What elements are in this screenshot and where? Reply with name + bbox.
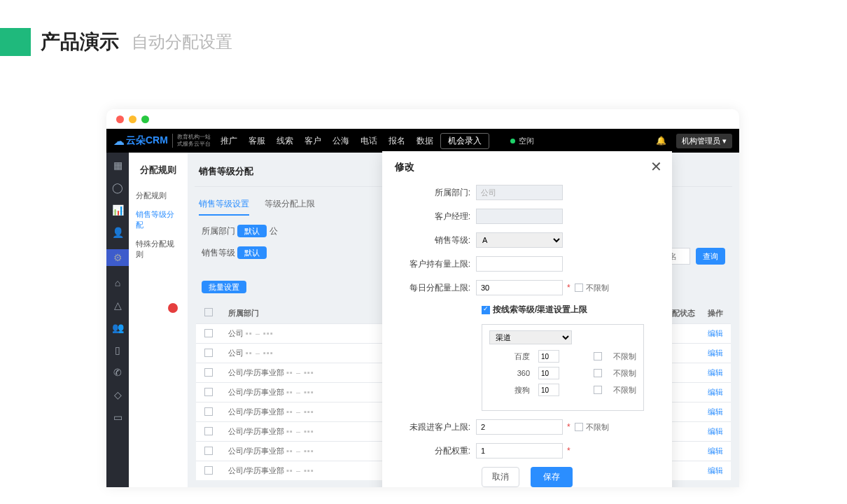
nav-service[interactable]: 客服	[248, 135, 265, 147]
top-bar: ☁ 云朵CRM 教育机构一站式服务云平台 推广 客服 线索 客户 公海 电话 报…	[106, 129, 739, 153]
check-all[interactable]	[204, 308, 213, 316]
rail-mail-icon[interactable]: ▭	[112, 412, 123, 423]
row-check[interactable]	[204, 427, 213, 435]
subtab-level-limit[interactable]: 等级分配上限	[265, 194, 315, 216]
status-indicator: 空闲	[510, 136, 534, 146]
rail-home-icon[interactable]: ▦	[112, 160, 123, 171]
sub-nav: 分配规则 分配规则 销售等级分配 特殊分配规则	[129, 153, 188, 487]
rail-triangle-icon[interactable]: △	[112, 300, 123, 311]
edit-link[interactable]: 编辑	[700, 407, 731, 417]
user-menu[interactable]: 机构管理员 ▾	[676, 134, 732, 148]
edit-link[interactable]: 编辑	[700, 446, 731, 456]
row-check[interactable]	[204, 329, 213, 337]
dept-chip[interactable]: 默认	[237, 225, 267, 237]
channel-input[interactable]	[538, 384, 559, 396]
channel-nolimit[interactable]	[594, 352, 602, 360]
tab-main[interactable]: 销售等级分配	[199, 161, 253, 182]
rail-settings-icon[interactable]: ⚙	[106, 249, 129, 266]
batch-button[interactable]: 批量设置	[202, 281, 246, 293]
subnav-item-level[interactable]: 销售等级分配	[129, 205, 188, 234]
nolimit-unfollow June[interactable]	[575, 423, 583, 431]
edit-modal: 修改 ✕ 所属部门: 客户经理: 销售等级:A 客户持有量上限: 每日分配量上限…	[382, 151, 672, 487]
channel-box: 渠道 百度不限制360不限制搜狗不限制	[482, 324, 644, 411]
field-daily-limit[interactable]	[476, 280, 563, 295]
edit-link[interactable]: 编辑	[700, 368, 731, 378]
subtab-level-settings[interactable]: 销售等级设置	[199, 194, 249, 216]
row-check[interactable]	[204, 447, 213, 455]
rail-user-icon[interactable]: 👤	[112, 227, 123, 238]
row-check[interactable]	[204, 388, 213, 396]
nav-promo[interactable]: 推广	[220, 135, 237, 147]
main-panel: 销售等级分配 销售等级设置 等级分配上限 所属部门 默认 公 销售等级 默认 批…	[188, 153, 739, 487]
edit-link[interactable]: 编辑	[700, 465, 731, 476]
row-check[interactable]	[204, 349, 213, 357]
opportunity-button[interactable]: 机会录入	[440, 133, 489, 149]
nav-signup[interactable]: 报名	[388, 135, 405, 147]
cancel-button[interactable]: 取消	[482, 467, 519, 487]
channel-input[interactable]	[538, 367, 559, 379]
edit-link[interactable]: 编辑	[700, 348, 731, 358]
field-hold-limit[interactable]	[476, 256, 563, 272]
rail-phone-icon[interactable]: ✆	[112, 367, 123, 378]
rail-doc-icon[interactable]: ▯	[112, 344, 123, 356]
nolimit-daily[interactable]	[575, 284, 583, 292]
subnav-title: 分配规则	[129, 161, 188, 186]
nav-data[interactable]: 数据	[416, 135, 433, 147]
field-unfollow[interactable]	[476, 419, 563, 435]
page-title: 产品演示	[41, 29, 119, 55]
subnav-item-rule[interactable]: 分配规则	[129, 186, 188, 205]
row-check[interactable]	[204, 466, 213, 475]
rail-tag-icon[interactable]: ◇	[112, 389, 123, 400]
header-accent	[0, 28, 31, 56]
nav-leads[interactable]: 线索	[276, 135, 293, 147]
channel-input[interactable]	[538, 350, 559, 363]
nav-customer[interactable]: 客户	[304, 135, 321, 147]
field-dept	[476, 185, 563, 200]
close-icon[interactable]: ✕	[650, 158, 662, 175]
flag-badge	[168, 303, 178, 313]
minimize-dot[interactable]	[129, 115, 136, 123]
channel-nolimit[interactable]	[594, 386, 602, 394]
channel-nolimit[interactable]	[594, 369, 602, 377]
nav-pool[interactable]: 公海	[332, 135, 349, 147]
row-check[interactable]	[204, 407, 213, 416]
browser-window: ☁ 云朵CRM 教育机构一站式服务云平台 推广 客服 线索 客户 公海 电话 报…	[106, 109, 739, 487]
level-chip[interactable]: 默认	[237, 246, 267, 259]
rail-person-plus-icon[interactable]: 👥	[112, 322, 123, 333]
by-channel-check[interactable]	[482, 306, 490, 314]
logo-icon: ☁	[113, 134, 125, 148]
rail-chart-icon[interactable]: 📊	[112, 204, 123, 216]
field-weight[interactable]	[476, 443, 563, 458]
field-manager	[476, 209, 563, 224]
rail-shield-icon[interactable]: ◯	[112, 182, 123, 193]
subnav-item-special[interactable]: 特殊分配规则	[129, 234, 188, 264]
search-button[interactable]: 查询	[696, 248, 725, 265]
edit-link[interactable]: 编辑	[700, 387, 731, 398]
modal-title: 修改	[395, 161, 659, 174]
window-controls	[106, 109, 739, 129]
top-nav: 推广 客服 线索 客户 公海 电话 报名 数据	[220, 135, 433, 147]
maximize-dot[interactable]	[141, 115, 149, 123]
save-button[interactable]: 保存	[531, 467, 573, 487]
row-check[interactable]	[204, 368, 213, 377]
channel-select[interactable]: 渠道	[489, 330, 572, 344]
icon-rail: ▦ ◯ 📊 👤 ⚙ ⌂ △ 👥 ▯ ✆ ◇ ▭	[106, 153, 129, 487]
close-dot[interactable]	[116, 115, 124, 123]
bell-icon[interactable]: 🔔	[656, 136, 666, 146]
field-level[interactable]: A	[476, 232, 563, 248]
logo: ☁ 云朵CRM 教育机构一站式服务云平台	[113, 134, 211, 147]
nav-phone[interactable]: 电话	[360, 135, 377, 147]
edit-link[interactable]: 编辑	[700, 426, 731, 437]
edit-link[interactable]: 编辑	[700, 328, 731, 339]
rail-house-icon[interactable]: ⌂	[112, 277, 123, 288]
page-subtitle: 自动分配设置	[132, 31, 232, 53]
